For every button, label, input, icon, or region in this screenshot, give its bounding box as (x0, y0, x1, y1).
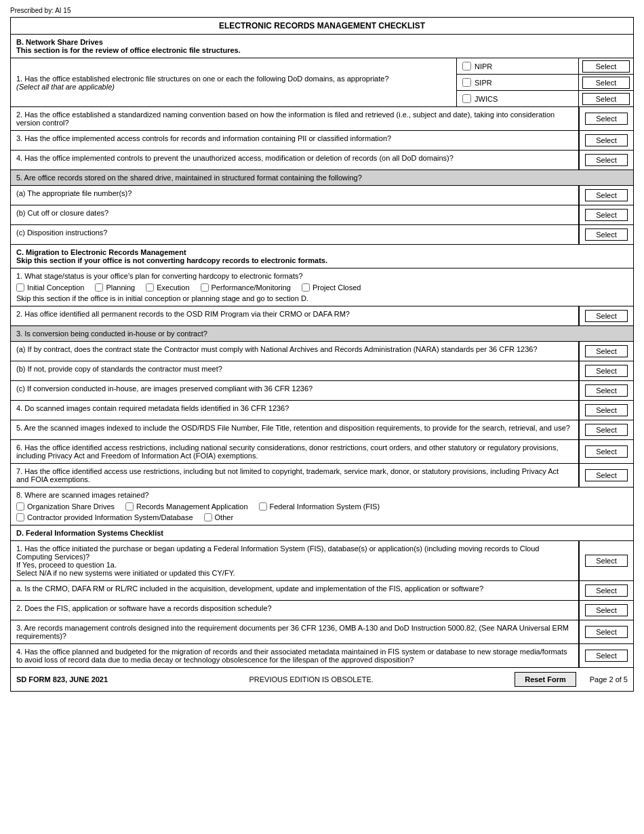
q1-text: 1. Has the office established electronic… (16, 75, 451, 83)
c4-select-cell: Select (579, 401, 633, 420)
c5-select-button[interactable]: Select (585, 424, 628, 436)
q3-cell: 3. Has the office implemented access con… (11, 131, 579, 150)
q5c-cell: (c) Disposition instructions? (11, 225, 579, 244)
c1-project-closed[interactable]: Project Closed (302, 283, 361, 292)
q3-select-button[interactable]: Select (585, 134, 628, 146)
c1-planning[interactable]: Planning (95, 283, 135, 292)
c7-cell: 7. Has the office identified access use … (11, 464, 579, 487)
q4-cell: 4. Has the office implemented controls t… (11, 151, 579, 170)
c1-project-closed-checkbox[interactable] (302, 283, 310, 292)
q1-jwics-select-button[interactable]: Select (582, 93, 630, 105)
q1-sipr-select-button[interactable]: Select (582, 77, 630, 89)
d1a-cell: a. Is the CRMO, DAFA RM or RL/RC include… (11, 581, 579, 600)
c8-federal-fis[interactable]: Federal Information System (FIS) (259, 502, 380, 511)
q1-sipr-select-cell: Select (579, 75, 633, 91)
d2-select-button[interactable]: Select (585, 604, 628, 616)
footer-obsolete: PREVIOUS EDITION IS OBSOLETE. (249, 675, 373, 683)
q1-italic: (Select all that are applicable) (16, 83, 451, 91)
c3b-cell: (b) If not, provide copy of standards th… (11, 361, 579, 380)
q5b-cell: (b) Cut off or closure dates? (11, 205, 579, 224)
q1-jwics-cell: JWICS (457, 91, 578, 106)
c4-select-button[interactable]: Select (585, 404, 628, 416)
q2-select-button[interactable]: Select (585, 113, 628, 125)
q1-sipr-label: SIPR (475, 79, 492, 87)
c3b-select-cell: Select (579, 361, 633, 380)
c1-performance-monitoring-checkbox[interactable] (201, 283, 209, 292)
q5a-select-cell: Select (579, 186, 633, 205)
c1-cell: 1. What stage/status is your office's pl… (11, 269, 633, 306)
c1-planning-checkbox[interactable] (95, 283, 103, 292)
q1-jwics-checkbox[interactable] (462, 94, 471, 103)
q2-cell: 2. Has the office established a standard… (11, 107, 579, 130)
q1-nipr-label: NIPR (475, 62, 492, 71)
section-b-header: B. Network Share Drives This section is … (11, 35, 633, 58)
footer-page: Page 2 of 5 (590, 675, 628, 683)
q5a-select-button[interactable]: Select (585, 189, 628, 201)
d1-select-button[interactable]: Select (585, 555, 628, 567)
c8-cell: 8. Where are scanned images retained? Or… (11, 488, 633, 525)
c8-org-share-checkbox[interactable] (16, 502, 24, 511)
q1-sipr-cell: SIPR (457, 75, 578, 91)
prescribed-text: Prescribed by: AI 15 (10, 7, 634, 14)
c6-select-button[interactable]: Select (585, 445, 628, 458)
c7-select-button[interactable]: Select (585, 469, 628, 481)
d2-select-cell: Select (579, 601, 633, 620)
c4-cell: 4. Do scanned images contain required me… (11, 401, 579, 420)
c3b-select-button[interactable]: Select (585, 365, 628, 377)
q1-nipr-cell: NIPR (457, 58, 578, 75)
c8-other[interactable]: Other (204, 513, 234, 521)
d3-select-button[interactable]: Select (585, 626, 628, 638)
c3c-cell: (c) If conversion conducted in-house, ar… (11, 381, 579, 400)
d4-cell: 4. Has the office planned and budgeted f… (11, 644, 579, 667)
c1-performance-monitoring[interactable]: Performance/Monitoring (201, 283, 291, 292)
c8-federal-fis-checkbox[interactable] (259, 502, 267, 511)
c8-contractor-checkbox[interactable] (16, 513, 24, 521)
reset-form-button[interactable]: Reset Form (515, 672, 576, 687)
q4-select-cell: Select (579, 151, 633, 170)
q5c-select-button[interactable]: Select (585, 229, 628, 241)
d1-cell: 1. Has the office initiated the purchase… (11, 541, 579, 580)
c3a-select-cell: Select (579, 342, 633, 361)
q4-select-button[interactable]: Select (585, 154, 628, 166)
d3-cell: 3. Are records management controls desig… (11, 620, 579, 643)
form-footer: SD FORM 823, JUNE 2021 PREVIOUS EDITION … (11, 667, 633, 691)
c3c-select-button[interactable]: Select (585, 384, 628, 397)
c3-header: 3. Is conversion being conducted in-hous… (11, 326, 633, 341)
q5-header: 5. Are office records stored on the shar… (11, 170, 633, 185)
q5b-select-button[interactable]: Select (585, 209, 628, 221)
d4-select-cell: Select (579, 644, 633, 667)
d3-select-cell: Select (579, 620, 633, 643)
c3a-cell: (a) If by contract, does the contract st… (11, 342, 579, 361)
section-d-header: D. Federal Information Systems Checklist (11, 525, 633, 541)
footer-form-id: SD FORM 823, JUNE 2021 (16, 675, 108, 683)
c2-select-button[interactable]: Select (585, 310, 628, 322)
c1-initial-conception-checkbox[interactable] (16, 283, 24, 292)
q1-sipr-checkbox[interactable] (462, 78, 471, 87)
d1-select-cell: Select (579, 541, 633, 580)
q2-select-cell: Select (579, 107, 633, 130)
c1-execution-checkbox[interactable] (146, 283, 154, 292)
q5c-select-cell: Select (579, 225, 633, 244)
c1-initial-conception[interactable]: Initial Conception (16, 283, 84, 292)
c2-select-cell: Select (579, 306, 633, 325)
d1a-select-button[interactable]: Select (585, 584, 628, 597)
q3-select-cell: Select (579, 131, 633, 150)
c1-execution[interactable]: Execution (146, 283, 189, 292)
c8-records-mgmt-checkbox[interactable] (125, 502, 134, 511)
c6-cell: 6. Has the office identified access rest… (11, 440, 579, 463)
d4-select-button[interactable]: Select (585, 650, 628, 662)
d1a-select-cell: Select (579, 581, 633, 600)
q1-jwics-label: JWICS (475, 95, 498, 103)
q5a-cell: (a) The appropriate file number(s)? (11, 186, 579, 205)
c3a-select-button[interactable]: Select (585, 345, 628, 357)
q1-nipr-checkbox[interactable] (462, 62, 471, 71)
c2-cell: 2. Has office identified all permanent r… (11, 306, 579, 325)
q1-nipr-select-button[interactable]: Select (582, 60, 630, 73)
c3c-select-cell: Select (579, 381, 633, 400)
c8-records-mgmt[interactable]: Records Management Application (125, 502, 247, 511)
c8-other-checkbox[interactable] (204, 513, 212, 521)
c8-contractor[interactable]: Contractor provided Information System/D… (16, 513, 193, 521)
c8-org-share[interactable]: Organization Share Drives (16, 502, 115, 511)
q1-nipr-select-cell: Select (579, 58, 633, 75)
section-c-header: C. Migration to Electronic Records Manag… (11, 245, 633, 269)
